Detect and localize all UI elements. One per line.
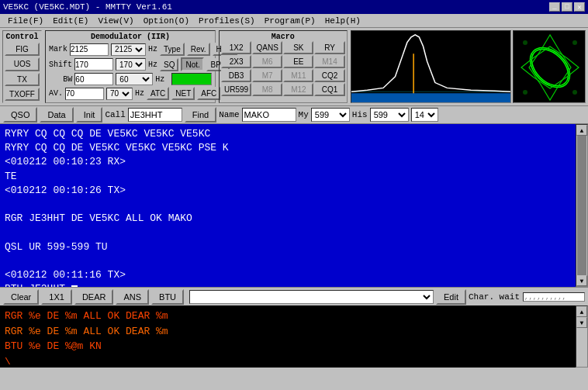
tx-button[interactable]: TX: [5, 73, 40, 86]
top-controls: Control FIG UOS TX TXOFF Demodulator (II…: [0, 28, 588, 105]
rx-line-12: BTU JE3HHT: [5, 282, 571, 287]
shift-hz: Hz: [148, 60, 157, 69]
control-panel: Control FIG UOS TX TXOFF: [2, 30, 42, 103]
macro-m11[interactable]: M11: [283, 69, 313, 82]
demod-label: Demodulator (IIR): [49, 33, 212, 41]
macro-m6[interactable]: M6: [252, 55, 282, 68]
sq-button[interactable]: SQ: [160, 58, 178, 71]
call-label: Call: [105, 110, 125, 119]
menu-view[interactable]: View(V): [93, 16, 138, 26]
name-label: Name: [219, 110, 239, 119]
scroll-up-button[interactable]: ▲: [576, 125, 587, 136]
tx-line-1: RGR %e DE %m ALL OK DEAR %m: [5, 309, 571, 324]
txoff-button[interactable]: TXOFF: [5, 88, 40, 101]
macro-sk[interactable]: SK: [283, 41, 313, 54]
macro-ry[interactable]: RY: [314, 41, 344, 54]
tx-scrollbar: ▲ ▼: [576, 305, 588, 368]
shift-input[interactable]: [74, 58, 113, 71]
atc-button[interactable]: ATC: [147, 87, 169, 100]
macro-cq1[interactable]: CQ1: [314, 83, 344, 96]
rx-line-10: [5, 254, 571, 268]
find-button[interactable]: Find: [185, 107, 216, 123]
my-select[interactable]: 599: [311, 108, 350, 122]
spectrum-area: [351, 30, 586, 103]
net-button[interactable]: NET: [171, 87, 195, 100]
fig-button[interactable]: FIG: [5, 43, 40, 56]
macro-m7[interactable]: M7: [252, 69, 282, 82]
not-button[interactable]: Not.: [181, 57, 204, 71]
shift-select[interactable]: 170: [116, 58, 146, 71]
scroll-down-button[interactable]: ▼: [576, 275, 587, 286]
call-input[interactable]: [128, 108, 182, 122]
rx-line-1: RYRY CQ CQ CQ DE VE5KC VE5KC VE5KC: [5, 127, 571, 141]
his-select[interactable]: 599: [370, 108, 409, 122]
qso-button[interactable]: QSO: [3, 107, 37, 123]
demodulator-panel: Demodulator (IIR) Mark 2125 Hz Type Rev.…: [45, 30, 216, 103]
maximize-button[interactable]: □: [562, 2, 572, 12]
control-label: Control: [5, 33, 40, 41]
menu-help[interactable]: Help(H): [320, 16, 365, 26]
rx-line-6: [5, 198, 571, 212]
signal-indicator: [171, 73, 212, 85]
close-button[interactable]: ✕: [574, 2, 585, 12]
bottom-macro-bar: Clear 1X1 DEAR ANS BTU Edit Char. wait ,…: [0, 287, 588, 305]
rx-line-2: RYRY CQ CQ DE VE5KC VE5KC VE5KC PSE K: [5, 141, 571, 155]
tx-scroll-up-button[interactable]: ▲: [576, 306, 587, 317]
menu-file[interactable]: File(F): [3, 16, 48, 26]
menu-edit[interactable]: Edit(E): [48, 16, 93, 26]
mark-select[interactable]: 2125: [111, 43, 146, 56]
ans-button[interactable]: ANS: [116, 289, 149, 305]
edit-button[interactable]: Edit: [436, 289, 466, 305]
bw-select[interactable]: 60: [116, 73, 153, 85]
macro-ee[interactable]: EE: [283, 55, 313, 68]
serial-select[interactable]: 14: [411, 108, 438, 122]
menu-option[interactable]: Option(O): [139, 16, 194, 26]
shift-row: Shift 170 Hz SQ Not. BPF: [49, 57, 212, 71]
btu-button[interactable]: BTU: [151, 289, 184, 305]
init-button[interactable]: Init: [76, 107, 103, 123]
main-text-area[interactable]: RYRY CQ CQ CQ DE VE5KC VE5KC VE5KC RYRY …: [0, 124, 576, 287]
macro-cq2[interactable]: CQ2: [314, 69, 344, 82]
tx-text-area[interactable]: RGR %e DE %m ALL OK DEAR %m RGR %e DE %m…: [0, 305, 576, 368]
mark-input[interactable]: [70, 43, 109, 56]
av-label: AV.: [49, 89, 63, 98]
macro-m12[interactable]: M12: [283, 83, 313, 96]
macro-dropdown[interactable]: [189, 290, 434, 304]
macro-2x3[interactable]: 2X3: [221, 55, 251, 68]
rx-line-5: <010212 00:10:26 TX>: [5, 184, 571, 198]
clear-button[interactable]: Clear: [3, 289, 39, 305]
bw-input[interactable]: [74, 73, 113, 85]
his-label: His: [352, 110, 368, 119]
main-area-wrapper: RYRY CQ CQ CQ DE VE5KC VE5KC VE5KC RYRY …: [0, 124, 588, 287]
macro-qans[interactable]: QANS: [252, 41, 282, 54]
data-button[interactable]: Data: [40, 107, 73, 123]
uos-button[interactable]: UOS: [5, 57, 40, 71]
macro-m14[interactable]: M14: [314, 55, 344, 68]
bw-row: BW 60 Hz: [49, 73, 212, 85]
macro-1x2[interactable]: 1X2: [221, 41, 251, 54]
macro-m8[interactable]: M8: [252, 83, 282, 96]
macro-db3[interactable]: DB3: [221, 69, 251, 82]
menu-program[interactable]: Program(P): [260, 16, 320, 26]
av-select[interactable]: 70: [106, 88, 133, 100]
minimize-button[interactable]: _: [549, 2, 560, 12]
app-title: VE5KC (VE5KC.MDT) - MMTTY Ver1.61: [3, 2, 172, 12]
macro-panel: Macro 1X2 QANS SK RY 2X3 M6 EE M14 DB3 M…: [219, 30, 348, 103]
av-input[interactable]: [65, 88, 104, 100]
macro-ur599[interactable]: UR599: [221, 83, 251, 96]
rx-line-3: <010212 00:10:23 RX>: [5, 155, 571, 169]
name-input[interactable]: [242, 108, 296, 122]
rev-button[interactable]: Rev.: [187, 43, 210, 56]
rx-line-7: RGR JE3HHT DE VE5KC ALL OK MAKO: [5, 212, 571, 226]
menu-profiles[interactable]: Profiles(S): [194, 16, 260, 26]
1x1-button[interactable]: 1X1: [41, 289, 72, 305]
dear-button[interactable]: DEAR: [74, 289, 114, 305]
afc-button[interactable]: AFC: [197, 87, 220, 100]
char-wait-dots: ,,,,,,,,,,: [524, 293, 566, 301]
type-button[interactable]: Type: [160, 43, 185, 56]
char-wait-label: Char. wait: [469, 292, 520, 302]
tx-scroll-down-button[interactable]: ▼: [576, 317, 587, 328]
scroll-track[interactable]: [577, 136, 586, 275]
window-controls: _ □ ✕: [549, 2, 585, 12]
bw-hz: Hz: [155, 75, 168, 84]
